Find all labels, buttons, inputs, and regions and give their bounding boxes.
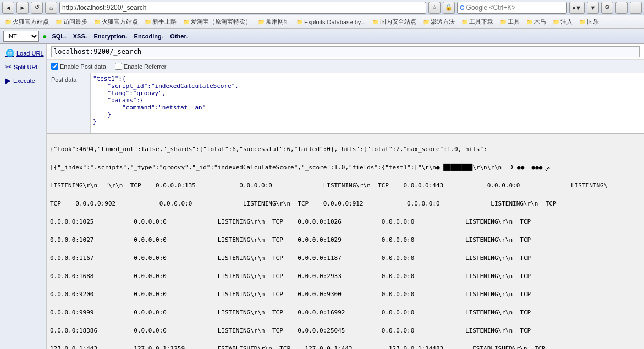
bookmark-3[interactable]: 📁 新手上路: [142, 17, 179, 26]
encryption-menu[interactable]: Encryption-: [92, 32, 129, 41]
bookmark-12[interactable]: 📁 注入: [550, 17, 575, 26]
sql-menu[interactable]: SQL-: [50, 32, 68, 41]
result-tcp-2: 0.0.0.0:1027 0.0.0.0:0 LISTENING\r\n TCP…: [50, 236, 641, 245]
result-line-3: LISTENING\r\n "\r\n TCP 0.0.0.0:135 0.0.…: [50, 181, 641, 191]
bookmark-10[interactable]: 📁 工具: [497, 17, 522, 26]
bookmark-13[interactable]: 📁 国乐: [576, 17, 602, 26]
results-area: {"took":4694,"timed_out":false,"_shards"…: [47, 134, 644, 349]
split-url-icon: ✂: [5, 63, 12, 71]
post-data-label: Post data: [47, 73, 91, 133]
search-bar[interactable]: G: [457, 2, 567, 14]
result-tcp-1: 0.0.0.0:1025 0.0.0.0:0 LISTENING\r\n TCP…: [50, 218, 641, 227]
sidebar: 🌐 Load URL ✂ Split URL ▶ Execute: [0, 44, 47, 349]
folder-icon-0: 📁: [5, 19, 12, 25]
result-tcp-6: 0.0.0.0:9999 0.0.0.0:0 LISTENING\r\n TCP…: [50, 308, 641, 318]
folder-icon-13: 📁: [579, 19, 586, 25]
folder-icon-9: 📁: [461, 19, 468, 25]
folder-icon-10: 📁: [500, 19, 507, 25]
result-tcp-3: 0.0.0.0:1167 0.0.0.0:0 LISTENING\r\n TCP…: [50, 254, 641, 263]
enable-referrer-checkbox[interactable]: [115, 63, 122, 70]
result-tcp-4: 0.0.0.0:1688 0.0.0.0:0 LISTENING\r\n TCP…: [50, 272, 641, 281]
execute-icon: ▶: [5, 76, 11, 85]
result-tcp-0: TCP 0.0.0.0:902 0.0.0.0:0 LISTENING\r\n …: [50, 200, 641, 209]
bookmark-2[interactable]: 📁 火狐官方站点: [91, 17, 141, 26]
nav-extra-btn2[interactable]: ▼: [587, 2, 599, 14]
xss-menu[interactable]: XSS-: [71, 32, 89, 41]
status-dot: ●: [42, 32, 47, 41]
execute-button[interactable]: ▶ Execute: [2, 75, 44, 86]
result-line-2: [{"_index":".scripts","_type":"groovy","…: [50, 163, 641, 173]
url-input[interactable]: [51, 46, 640, 57]
result-tcp-5: 0.0.0.0:9200 0.0.0.0:0 LISTENING\r\n TCP…: [50, 290, 641, 300]
split-url-button[interactable]: ✂ Split URL: [2, 61, 44, 73]
nav-bar: ◄ ► ↺ ⌂ ☆ 🔒 G ♦▼ ▼ ⚙ ≡ ≡≡: [0, 0, 644, 15]
nav-extra-btn3[interactable]: ⚙: [601, 2, 613, 14]
back-button[interactable]: ◄: [2, 2, 14, 14]
nav-extra-btn1[interactable]: ♦▼: [569, 2, 585, 14]
post-data-textarea[interactable]: "test1":{ "script_id":"indexedCalculateS…: [91, 73, 644, 133]
enable-referrer-label[interactable]: Enable Referrer: [115, 63, 167, 70]
main-area: 🌐 Load URL ✂ Split URL ▶ Execute Enable …: [0, 44, 644, 349]
address-bar[interactable]: [59, 2, 426, 14]
folder-icon-7: 📁: [372, 19, 379, 25]
bookmark-5[interactable]: 📁 常用网址: [255, 17, 293, 26]
search-input[interactable]: [466, 4, 549, 12]
folder-icon-8: 📁: [423, 19, 430, 25]
home-button[interactable]: ⌂: [45, 2, 57, 14]
load-url-icon: 🌐: [5, 49, 14, 57]
options-row: Enable Post data Enable Referrer: [47, 60, 644, 73]
nav-extra-btn5[interactable]: ≡≡: [630, 2, 642, 14]
forward-button[interactable]: ►: [16, 2, 29, 14]
bookmark-7[interactable]: 📁 国内安全站点: [370, 17, 419, 26]
bookmark-0[interactable]: 📁 火狐官方站点: [2, 17, 52, 26]
folder-icon-1: 📁: [56, 19, 62, 25]
url-row: [47, 44, 644, 60]
enable-post-label[interactable]: Enable Post data: [51, 63, 106, 70]
bookmark-1[interactable]: 📁 访问最多: [53, 17, 90, 26]
bookmark-9[interactable]: 📁 工具下载: [459, 17, 496, 26]
bookmark-4[interactable]: 📁 爱淘宝（原淘宝特卖）: [180, 17, 254, 26]
address-input[interactable]: [62, 4, 423, 12]
encoding-menu[interactable]: Encoding-: [133, 32, 166, 41]
result-tcp-8: 127.0.0.1:443 127.0.0.1:1259 ESTABLISHED…: [50, 345, 641, 350]
content-area: Enable Post data Enable Referrer Post da…: [47, 44, 644, 349]
bookmark-6[interactable]: 📁 Exploits Database by...: [294, 18, 368, 26]
bookmark-11[interactable]: 📁 木马: [524, 17, 549, 26]
result-line-1: {"took":4694,"timed_out":false,"_shards"…: [50, 145, 641, 154]
folder-icon-6: 📁: [296, 19, 303, 25]
result-tcp-7: 0.0.0.0:18386 0.0.0.0:0 LISTENING\r\n TC…: [50, 326, 641, 336]
folder-icon-12: 📁: [553, 19, 559, 25]
folder-icon-4: 📁: [183, 19, 190, 25]
folder-icon-3: 📁: [145, 19, 151, 25]
folder-icon-5: 📁: [258, 19, 265, 25]
enable-post-checkbox[interactable]: [51, 63, 58, 70]
refresh-button[interactable]: ↺: [31, 2, 43, 14]
folder-icon-2: 📁: [94, 19, 101, 25]
int-dropdown[interactable]: INT: [3, 31, 39, 42]
folder-icon-11: 📁: [526, 19, 533, 25]
google-icon: G: [460, 4, 465, 11]
load-url-button[interactable]: 🌐 Load URL: [2, 47, 44, 59]
nav-extra-btn4[interactable]: ≡: [615, 2, 628, 14]
bookmarks-bar: 📁 火狐官方站点 📁 访问最多 📁 火狐官方站点 📁 新手上路 📁 爱淘宝（原淘…: [0, 15, 644, 29]
post-data-section: Post data "test1":{ "script_id":"indexed…: [47, 73, 644, 134]
plugin-toolbar: INT ● SQL- XSS- Encryption- Encoding- Ot…: [0, 29, 644, 44]
bookmark-button[interactable]: ☆: [428, 2, 441, 14]
safety-button[interactable]: 🔒: [443, 2, 455, 14]
bookmark-8[interactable]: 📁 渗透方法: [420, 17, 458, 26]
other-menu[interactable]: Other-: [168, 32, 190, 41]
